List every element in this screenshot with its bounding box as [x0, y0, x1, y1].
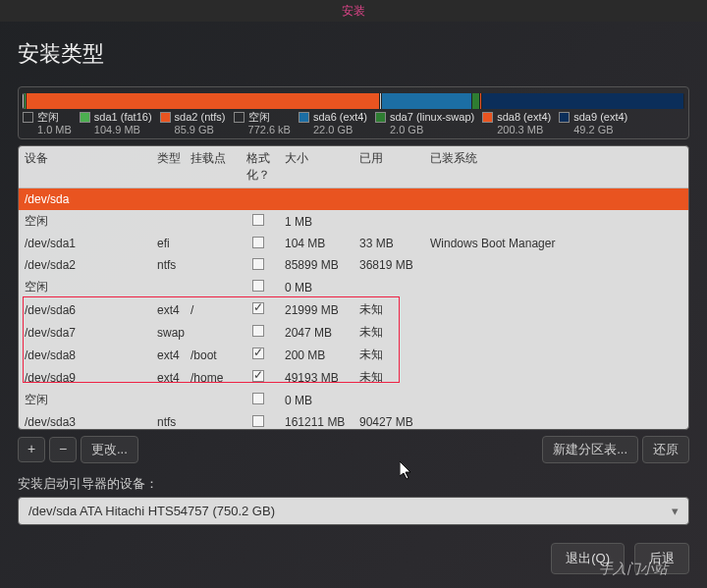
bootloader-combo[interactable]: /dev/sda ATA Hitachi HTS54757 (750.2 GB)… [18, 497, 689, 525]
table-row[interactable]: /dev/sda6ext4/21999 MB未知 [19, 298, 688, 321]
col-format[interactable]: 格式化？ [236, 150, 285, 184]
legend-swatch [375, 112, 386, 123]
table-row[interactable]: /dev/sda1efi104 MB33 MBWindows Boot Mana… [19, 233, 688, 254]
legend-item: 空闲1.0 MB [23, 111, 72, 136]
table-row[interactable]: /dev/sda8ext4/boot200 MB未知 [19, 344, 688, 366]
partition-buttons: + − 更改... 新建分区表... 还原 [18, 436, 689, 463]
col-size[interactable]: 大小 [285, 150, 359, 184]
change-button[interactable]: 更改... [81, 436, 138, 463]
partition-legend: 空闲1.0 MBsda1 (fat16)104.9 MBsda2 (ntfs)8… [23, 109, 684, 136]
table-disk-header[interactable]: /dev/sda [19, 188, 688, 210]
watermark: 手入门小站 [599, 561, 668, 578]
legend-item: sda9 (ext4)49.2 GB [559, 111, 627, 136]
table-body[interactable]: /dev/sda空闲1 MB/dev/sda1efi104 MB33 MBWin… [19, 188, 688, 429]
col-used[interactable]: 已用 [359, 150, 430, 184]
legend-swatch [80, 112, 90, 123]
legend-swatch [160, 112, 171, 123]
revert-button[interactable]: 还原 [642, 436, 689, 463]
table-header: 设备 类型 挂载点 格式化？ 大小 已用 已装系统 [19, 146, 688, 188]
partition-chart: 空闲1.0 MBsda1 (fat16)104.9 MBsda2 (ntfs)8… [18, 86, 689, 139]
legend-item: sda1 (fat16)104.9 MB [80, 111, 152, 136]
col-device[interactable]: 设备 [25, 150, 157, 184]
table-row[interactable]: 空闲1 MB [19, 210, 688, 233]
partition-segment[interactable] [482, 93, 684, 109]
partition-bar [23, 93, 684, 109]
table-row[interactable]: /dev/sda7swap2047 MB未知 [19, 321, 688, 344]
format-checkbox[interactable] [252, 258, 264, 270]
window-titlebar: 安装 [0, 0, 707, 22]
col-os[interactable]: 已装系统 [430, 150, 682, 184]
partition-table: 设备 类型 挂载点 格式化？ 大小 已用 已装系统 /dev/sda空闲1 MB… [18, 145, 689, 430]
table-row[interactable]: 空闲0 MB [19, 276, 688, 298]
partition-segment[interactable] [472, 93, 480, 109]
table-row[interactable]: 空闲0 MB [19, 389, 688, 411]
table-row[interactable]: /dev/sda2ntfs85899 MB36819 MB [19, 254, 688, 276]
format-checkbox[interactable] [252, 302, 264, 314]
legend-swatch [482, 112, 493, 123]
format-checkbox[interactable] [252, 214, 264, 226]
legend-swatch [299, 112, 309, 123]
legend-swatch [559, 112, 570, 123]
window-title: 安装 [342, 4, 365, 18]
chevron-down-icon: ▾ [672, 504, 679, 518]
format-checkbox[interactable] [252, 280, 264, 292]
bootloader-value: /dev/sda ATA Hitachi HTS54757 (750.2 GB) [28, 504, 275, 518]
legend-swatch [23, 112, 33, 123]
main-content: 安装类型 空闲1.0 MBsda1 (fat16)104.9 MBsda2 (n… [0, 22, 707, 543]
page-title: 安装类型 [18, 39, 689, 69]
format-checkbox[interactable] [252, 415, 264, 427]
legend-item: sda2 (ntfs)85.9 GB [160, 111, 226, 136]
legend-item: sda6 (ext4)22.0 GB [299, 111, 367, 136]
new-partition-table-button[interactable]: 新建分区表... [542, 436, 638, 463]
remove-button[interactable]: − [49, 437, 77, 462]
legend-swatch [234, 112, 245, 123]
table-row[interactable]: /dev/sda3ntfs161211 MB90427 MB [19, 411, 688, 429]
bootloader-label: 安装启动引导器的设备： [18, 475, 689, 493]
col-type[interactable]: 类型 [157, 150, 190, 184]
legend-item: 空闲772.6 kB [234, 111, 291, 136]
legend-item: sda7 (linux-swap)2.0 GB [375, 111, 474, 136]
legend-item: sda8 (ext4)200.3 MB [482, 111, 551, 136]
col-mount[interactable]: 挂载点 [190, 150, 236, 184]
table-row[interactable]: /dev/sda9ext4/home49193 MB未知 [19, 366, 688, 389]
add-button[interactable]: + [18, 437, 45, 462]
partition-segment[interactable] [382, 93, 472, 109]
format-checkbox[interactable] [252, 370, 264, 382]
partition-segment[interactable] [27, 93, 380, 109]
format-checkbox[interactable] [252, 325, 264, 337]
format-checkbox[interactable] [252, 237, 264, 248]
format-checkbox[interactable] [252, 393, 264, 404]
format-checkbox[interactable] [252, 347, 264, 359]
